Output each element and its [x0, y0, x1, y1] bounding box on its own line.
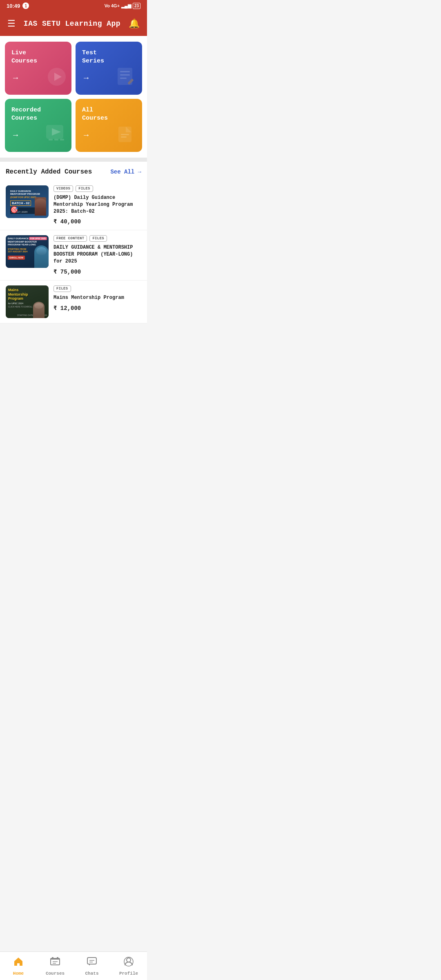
- tag-files: FILES: [76, 185, 93, 192]
- course-item-1[interactable]: DAILY GUIDANCEMENTORSHIP PROGRAM (DGMP F…: [0, 180, 147, 230]
- recorded-courses-card[interactable]: RecordedCourses →: [5, 99, 71, 152]
- svg-rect-10: [54, 139, 58, 140]
- scroll-content: LiveCourses → TestSeries →: [0, 36, 147, 356]
- course-list: DAILY GUIDANCEMENTORSHIP PROGRAM (DGMP F…: [0, 180, 147, 323]
- course-info-3: FILES Mains Mentorship Program ₹ 12,000: [53, 285, 141, 318]
- course-info-2: FREE CONTENT FILES DAILY GUIDANCE & MENT…: [53, 235, 141, 275]
- notification-bell-icon[interactable]: 🔔: [129, 18, 140, 29]
- svg-rect-5: [120, 78, 127, 79]
- all-courses-label: AllCourses: [82, 106, 136, 122]
- recorded-courses-label: RecordedCourses: [11, 106, 65, 122]
- course-price-2: ₹ 75,000: [53, 268, 141, 275]
- document-pencil-icon: [116, 65, 137, 91]
- course-tags-3: FILES: [53, 285, 141, 292]
- course-price-3: ₹ 12,000: [53, 305, 141, 312]
- tag-free-content: FREE CONTENT: [53, 235, 87, 242]
- tag-videos: VIDEOS: [53, 185, 73, 192]
- course-tags-2: FREE CONTENT FILES: [53, 235, 141, 242]
- course-info-1: VIDEOS FILES (DGMP) Daily Guidance Mento…: [53, 185, 141, 225]
- status-bar: 10:49 1 Vo 4G+ ▂▄▆ 23: [0, 0, 147, 11]
- tag-files-2: FILES: [89, 235, 107, 242]
- section-divider: [0, 158, 147, 162]
- recorded-play-icon: [45, 122, 67, 148]
- course-tags-1: VIDEOS FILES: [53, 185, 141, 192]
- tag-files-3: FILES: [53, 285, 71, 292]
- svg-rect-4: [120, 74, 130, 76]
- notification-count: 1: [22, 2, 29, 9]
- svg-rect-14: [121, 136, 127, 138]
- course-item-3[interactable]: MainsMentorshipProgram for UPSC 2024 CLI…: [0, 281, 147, 323]
- recently-added-title: Recently Added Courses: [6, 168, 92, 176]
- svg-rect-3: [120, 71, 130, 72]
- see-all-link[interactable]: See All →: [110, 169, 141, 175]
- recently-added-header: Recently Added Courses See All →: [0, 162, 147, 180]
- status-left: 10:49 1: [7, 2, 29, 9]
- course-name-3: Mains Mentorship Program: [53, 294, 141, 301]
- play-circle-icon: [47, 67, 67, 91]
- all-courses-card[interactable]: AllCourses →: [76, 99, 142, 152]
- course-thumb-1: DAILY GUIDANCEMENTORSHIP PROGRAM (DGMP F…: [6, 185, 49, 218]
- network-indicator: Vo 4G+: [105, 3, 120, 8]
- course-thumb-3: MainsMentorshipProgram for UPSC 2024 CLI…: [6, 285, 49, 318]
- course-item-2[interactable]: DAILY GUIDANCEMENTORSHIP BOOSTERPROGRAM …: [0, 230, 147, 280]
- battery-indicator: 23: [133, 3, 140, 9]
- svg-rect-11: [60, 139, 64, 140]
- live-courses-label: LiveCourses: [11, 49, 65, 65]
- live-courses-card[interactable]: LiveCourses →: [5, 42, 71, 95]
- course-name-2: DAILY GUIDANCE & MENTORSHIP BOOSTER PROG…: [53, 244, 141, 265]
- svg-rect-9: [49, 139, 53, 140]
- hamburger-menu-icon[interactable]: ☰: [7, 18, 16, 29]
- test-series-card[interactable]: TestSeries →: [76, 42, 142, 95]
- test-series-label: TestSeries: [82, 49, 136, 65]
- signal-bars: ▂▄▆: [121, 3, 131, 9]
- files-icon: [116, 122, 137, 148]
- status-right: Vo 4G+ ▂▄▆ 23: [105, 3, 140, 9]
- course-thumb-2: DAILY GUIDANCEMENTORSHIP BOOSTERPROGRAM …: [6, 235, 49, 268]
- course-name-1: (DGMP) Daily Guidance Mentorship Yearlon…: [53, 194, 141, 215]
- app-header: ☰ IAS SETU Learning App 🔔: [0, 11, 147, 36]
- category-grid: LiveCourses → TestSeries →: [0, 36, 147, 158]
- svg-rect-13: [121, 134, 129, 135]
- course-price-1: ₹ 40,000: [53, 218, 141, 225]
- app-title: IAS SETU Learning App: [24, 20, 120, 28]
- status-time: 10:49: [7, 3, 20, 9]
